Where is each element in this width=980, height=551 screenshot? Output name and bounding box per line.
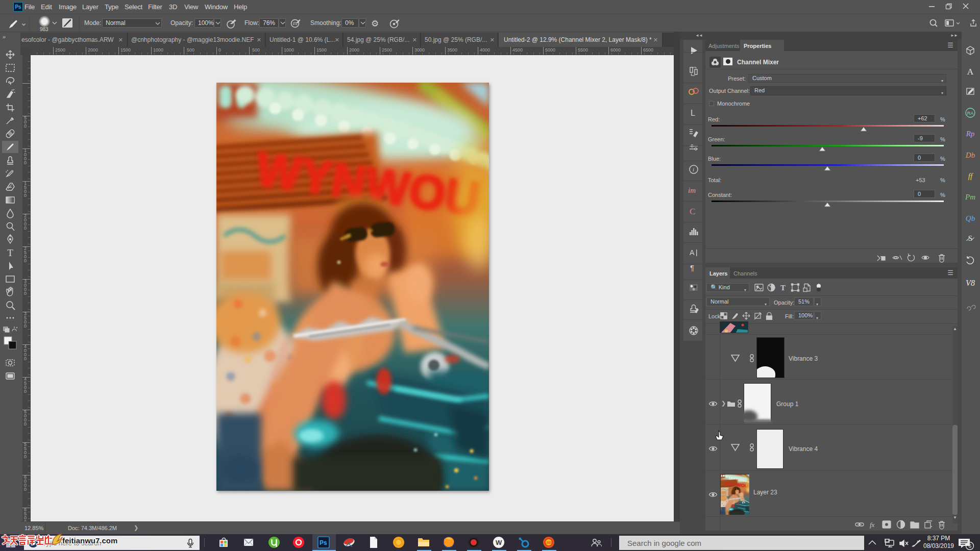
svg-text:Qb: Qb: [966, 214, 975, 222]
svg-text:W: W: [496, 539, 502, 546]
svg-text:Pm: Pm: [965, 193, 975, 201]
svg-text:C: C: [690, 207, 695, 216]
svg-text:fx: fx: [870, 521, 875, 529]
svg-text:360: 360: [546, 541, 552, 544]
svg-text:RA: RA: [967, 111, 974, 116]
svg-text:A: A: [967, 67, 974, 77]
svg-text:ff: ff: [968, 172, 973, 180]
svg-text:L: L: [691, 109, 695, 117]
svg-text:im: im: [688, 186, 696, 194]
svg-text:¶: ¶: [690, 263, 694, 272]
svg-text:T: T: [7, 247, 13, 258]
svg-text:A: A: [690, 248, 695, 257]
svg-text:Ps: Ps: [320, 539, 327, 546]
svg-text:T: T: [780, 284, 786, 292]
svg-text:V8: V8: [966, 279, 975, 287]
svg-text:6: 6: [969, 543, 972, 549]
svg-text:Db: Db: [965, 151, 975, 159]
svg-text:Rp: Rp: [966, 130, 975, 138]
svg-text:i: i: [693, 166, 694, 172]
svg-text:̷S̷: ̷S̷: [966, 234, 974, 242]
